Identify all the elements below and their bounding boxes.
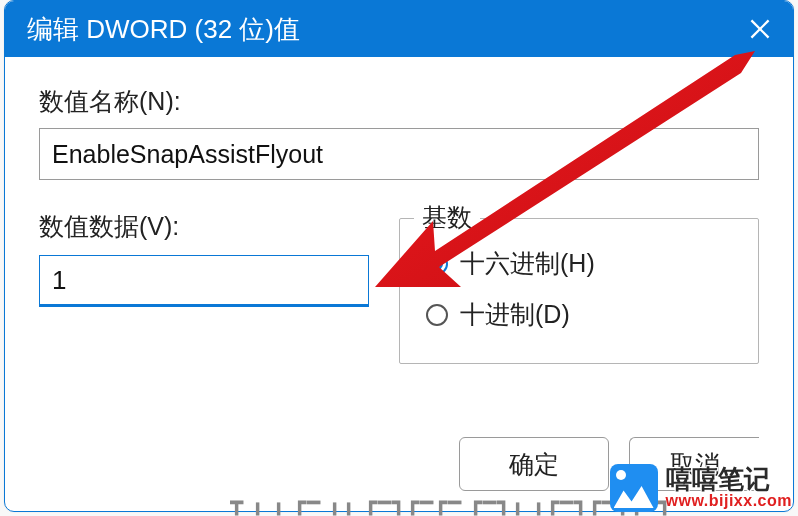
value-data-input[interactable]: 1 (39, 255, 369, 307)
watermark-text-url: www.bijixx.com (666, 493, 792, 510)
dialog-body: 数值名称(N): EnableSnapAssistFlyout 数值数据(V):… (5, 57, 793, 364)
watermark: 嘻嘻笔记 www.bijixx.com (610, 464, 792, 512)
watermark-text-cn: 嘻嘻笔记 (666, 466, 792, 493)
radix-dec-label: 十进制(D) (460, 298, 570, 331)
radio-icon (426, 304, 448, 326)
radix-legend: 基数 (414, 201, 480, 234)
radix-hex-radio[interactable]: 十六进制(H) (426, 247, 736, 280)
value-name-label: 数值名称(N): (39, 85, 759, 118)
close-icon (750, 19, 770, 39)
titlebar[interactable]: 编辑 DWORD (32 位)值 (5, 1, 793, 57)
close-button[interactable] (745, 14, 775, 44)
value-data-label: 数值数据(V): (39, 210, 369, 243)
watermark-logo-icon (610, 464, 658, 512)
radix-hex-label: 十六进制(H) (460, 247, 595, 280)
radio-icon (426, 253, 448, 275)
value-name-input[interactable]: EnableSnapAssistFlyout (39, 128, 759, 180)
window-title: 编辑 DWORD (32 位)值 (27, 12, 745, 47)
edit-dword-dialog: 编辑 DWORD (32 位)值 数值名称(N): EnableSnapAssi… (4, 0, 794, 512)
ok-button[interactable]: 确定 (459, 437, 609, 491)
background-peek-text: ┳ ╻ ╻ ┏━ ╻╻ ┏━┓┏━┏━ ┏━┓╻ ╻┏━┓┏━┓┏━┓ (230, 490, 672, 516)
radix-groupbox: 基数 十六进制(H) 十进制(D) (399, 218, 759, 364)
radix-dec-radio[interactable]: 十进制(D) (426, 298, 736, 331)
